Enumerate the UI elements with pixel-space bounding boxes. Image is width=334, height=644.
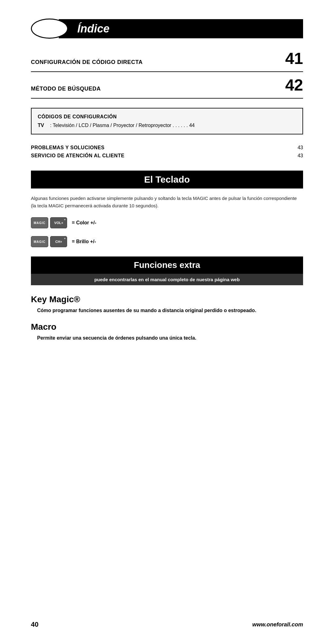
magic-label-2: MAGIC [34, 240, 45, 244]
toc-section: Configuración de Código Directa 41 Métod… [31, 48, 303, 99]
teclado-description: Algunas funciones pueden activarse simpl… [31, 195, 303, 210]
key-demo-color: MAGIC VOL+ = Color +/- [31, 217, 303, 228]
el-teclado-bar: El Teclado [31, 171, 303, 189]
toc-small-entry-2: Servicio de Atención al Cliente 43 [31, 152, 303, 160]
key-magic-title: Key Magic® [31, 294, 303, 304]
tv-desc: : Televisión / LCD / Plasma / Proyector … [50, 123, 195, 128]
toc-divider-1 [31, 71, 303, 72]
magic-key-1: MAGIC [31, 217, 48, 228]
toc-small-number-1: 43 [298, 145, 303, 150]
codigos-row: TV : Televisión / LCD / Plasma / Proyect… [38, 123, 296, 128]
key-magic-desc: Cómo programar funciones ausentes de su … [37, 307, 303, 314]
toc-number-2: 42 [285, 77, 303, 93]
toc-divider-2 [31, 98, 303, 99]
toc-label-1: Configuración de Código Directa [31, 59, 143, 66]
toc-small-label-2: Servicio de Atención al Cliente [31, 153, 124, 159]
toc-small-label-1: Problemas y Soluciones [31, 145, 105, 150]
ch-key: CH+ [50, 236, 67, 247]
tv-label: TV [38, 123, 47, 128]
macro-desc: Permite enviar una secuencia de órdenes … [37, 334, 303, 342]
key-pair-2: MAGIC CH+ [31, 236, 67, 247]
page: Índice Configuración de Código Directa 4… [0, 0, 334, 644]
page-footer: 40 www.oneforall.com [31, 621, 303, 629]
toc-label-2: Método de Búsqueda [31, 86, 101, 92]
vol-label: VOL+ [54, 221, 63, 225]
key-magic-section: Key Magic® Cómo programar funciones ause… [31, 294, 303, 314]
magic-key-2: MAGIC [31, 236, 48, 247]
macro-section: Macro Permite enviar una secuencia de ór… [31, 322, 303, 342]
indice-header: Índice [31, 19, 303, 39]
codigos-title: Códigos de Configuración [38, 114, 296, 120]
key-demo-brillo: MAGIC CH+ = Brillo +/- [31, 236, 303, 247]
website-url: www.oneforall.com [252, 621, 303, 628]
macro-title: Macro [31, 322, 303, 332]
funciones-subtitle: puede encontrarlas en el manual completo… [31, 274, 303, 285]
magic-label-1: MAGIC [34, 221, 45, 225]
codigos-box: Códigos de Configuración TV : Televisión… [31, 108, 303, 134]
toc-small: Problemas y Soluciones 43 Servicio de At… [31, 144, 303, 160]
key-pair-1: MAGIC VOL+ [31, 217, 67, 228]
color-equals: = Color +/- [72, 220, 96, 226]
toc-small-entry-1: Problemas y Soluciones 43 [31, 144, 303, 152]
funciones-bar: Funciones extra [31, 256, 303, 274]
toc-small-number-2: 43 [298, 153, 303, 159]
key-magic-title-text: Key Magic® [31, 294, 80, 304]
indice-oval [31, 19, 68, 39]
ch-label: CH+ [55, 240, 62, 244]
brillo-equals: = Brillo +/- [72, 239, 96, 244]
page-title: Índice [59, 19, 303, 38]
toc-entry-1: Configuración de Código Directa 41 [31, 48, 303, 69]
page-number: 40 [31, 621, 38, 629]
vol-key: VOL+ [50, 217, 67, 228]
toc-number-1: 41 [285, 50, 303, 66]
toc-entry-2: Método de Búsqueda 42 [31, 74, 303, 95]
